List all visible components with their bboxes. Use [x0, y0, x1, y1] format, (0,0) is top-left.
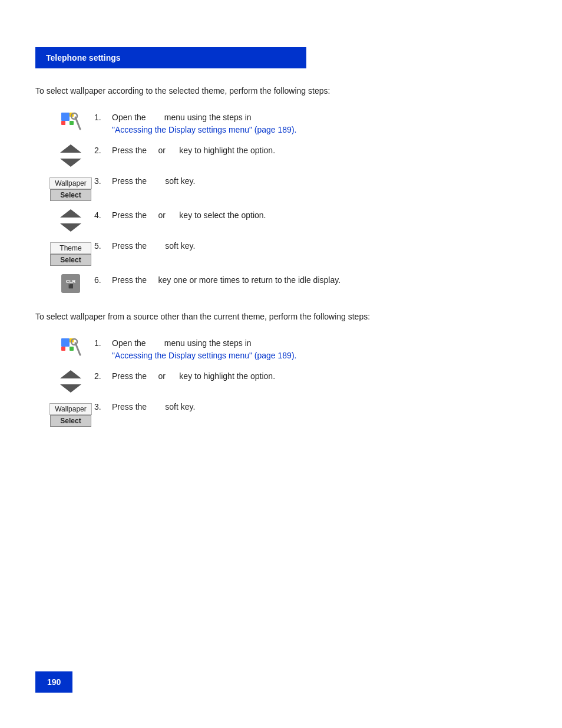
step4-number: 4.	[94, 209, 112, 220]
step5-icon: Theme Select	[47, 240, 94, 266]
page-container: Telephone settings To select wallpaper a…	[0, 0, 562, 480]
svg-rect-9	[70, 347, 74, 351]
s2-step-1: 1. Open the menu using the steps in "Acc…	[47, 337, 527, 362]
svg-rect-6	[61, 338, 70, 347]
step-6: CLR ⬛ 6. Press the key one or more times…	[47, 274, 527, 293]
s2-nav-down	[60, 384, 81, 393]
select-button-2[interactable]: Select	[50, 254, 91, 266]
s2-step1-text: Open the menu using the steps in "Access…	[112, 337, 527, 362]
select-button-1[interactable]: Select	[50, 189, 91, 201]
section1-intro: To select wallpaper according to the sel…	[35, 85, 527, 97]
s2-step3-text: Press the soft key.	[112, 401, 527, 413]
step2-icon	[47, 144, 94, 167]
s2-wrench-icon	[60, 337, 81, 358]
s2-step3-number: 3.	[94, 401, 112, 411]
svg-rect-3	[70, 121, 74, 125]
step4-icon	[47, 209, 94, 232]
step6-number: 6.	[94, 274, 112, 285]
nav-down-icon	[60, 159, 81, 167]
s2-nav-up	[60, 370, 81, 378]
section-header: Telephone settings	[35, 47, 306, 68]
theme-label-box: Theme	[50, 242, 91, 254]
wrench-icon	[60, 111, 81, 133]
s2-step1-number: 1.	[94, 337, 112, 348]
s2-step3-icon: Wallpaper Select	[47, 401, 94, 427]
step-1: 1. Open the menu using the steps in "Acc…	[47, 111, 527, 136]
page-number: 190	[35, 671, 72, 693]
s2-nav-group	[60, 370, 81, 393]
step4-nav-group	[60, 209, 81, 232]
nav-up-icon	[60, 144, 81, 153]
section1-steps: 1. Open the menu using the steps in "Acc…	[47, 111, 527, 293]
s2-step2-number: 2.	[94, 370, 112, 381]
step4-nav-down	[60, 223, 81, 232]
s2-step1-link[interactable]: "Accessing the Display settings menu" (p…	[112, 351, 296, 360]
step6-icon: CLR ⬛	[47, 274, 94, 293]
step1-icon	[47, 111, 94, 133]
step3-text: Press the soft key.	[112, 175, 527, 187]
step6-text: Press the key one or more times to retur…	[112, 274, 527, 286]
s2-step2-icon	[47, 370, 94, 393]
step4-nav-up	[60, 209, 81, 218]
wallpaper-label-box: Wallpaper	[49, 177, 92, 189]
step2-number: 2.	[94, 144, 112, 155]
s2-step2-text: Press the or key to highlight the option…	[112, 370, 527, 383]
s2-step-2: 2. Press the or key to highlight the opt…	[47, 370, 527, 393]
step1-text: Open the menu using the steps in "Access…	[112, 111, 527, 136]
step5-number: 5.	[94, 240, 112, 251]
svg-rect-0	[61, 113, 70, 121]
s2-select-button[interactable]: Select	[50, 415, 91, 427]
s2-wallpaper-label-box: Wallpaper	[49, 403, 92, 415]
nav-up-down-group	[60, 144, 81, 167]
section2-intro: To select wallpaper from a source other …	[35, 311, 527, 323]
section2-steps: 1. Open the menu using the steps in "Acc…	[47, 337, 527, 427]
step-2: 2. Press the or key to highlight the opt…	[47, 144, 527, 167]
step4-text: Press the or key to select the option.	[112, 209, 527, 222]
step2-text: Press the or key to highlight the option…	[112, 144, 527, 157]
step-5: Theme Select 5. Press the soft key.	[47, 240, 527, 266]
header-title: Telephone settings	[46, 53, 121, 62]
step3-icon: Wallpaper Select	[47, 175, 94, 201]
step5-text: Press the soft key.	[112, 240, 527, 252]
step-3: Wallpaper Select 3. Press the soft key.	[47, 175, 527, 201]
step3-number: 3.	[94, 175, 112, 186]
step1-link[interactable]: "Accessing the Display settings menu" (p…	[112, 125, 296, 134]
s2-step-3: Wallpaper Select 3. Press the soft key.	[47, 401, 527, 427]
clr-icon: CLR ⬛	[61, 274, 80, 293]
s2-step1-icon	[47, 337, 94, 358]
svg-rect-2	[61, 121, 65, 125]
step1-number: 1.	[94, 111, 112, 122]
svg-rect-8	[61, 347, 65, 351]
step-4: 4. Press the or key to select the option…	[47, 209, 527, 232]
